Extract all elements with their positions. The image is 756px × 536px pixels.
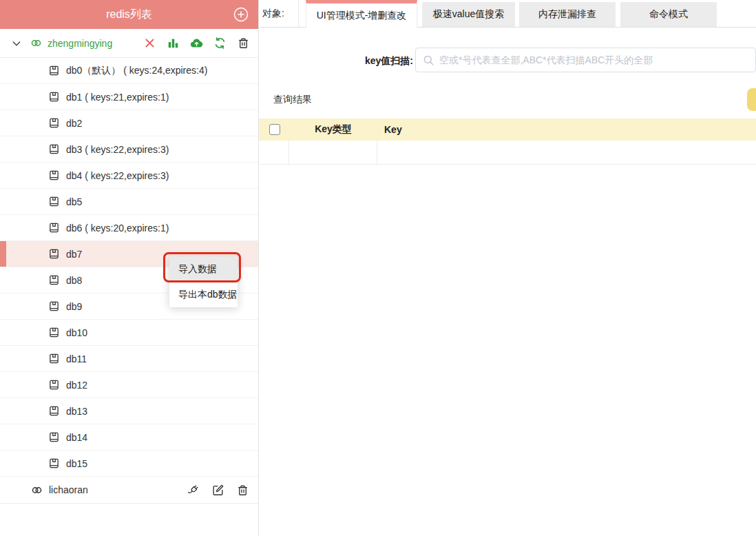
- edit-icon[interactable]: [211, 484, 224, 497]
- db-book-icon: [48, 222, 60, 234]
- db-row-db0[interactable]: db0（默认） ( keys:24,expires:4): [0, 58, 258, 84]
- app-window: redis列表 zhengmingying: [0, 0, 756, 536]
- table-row: [259, 141, 756, 165]
- db-row-db5[interactable]: db5: [0, 189, 258, 215]
- stats-bar-chart-icon[interactable]: [167, 37, 180, 50]
- select-all-checkbox[interactable]: [269, 124, 280, 135]
- db-book-icon: [48, 143, 60, 155]
- db-label: db12: [66, 380, 87, 391]
- db-label: db15: [66, 458, 87, 469]
- db-label: db1 ( keys:21,expires:1): [66, 92, 169, 103]
- db-book-icon: [48, 169, 60, 181]
- tab-value-search[interactable]: 极速value值搜索: [422, 2, 515, 27]
- trash-icon[interactable]: [237, 37, 250, 50]
- db-row-db12[interactable]: db12: [0, 372, 258, 398]
- key-scan-input-wrap: [415, 48, 756, 72]
- db-book-icon: [48, 379, 60, 391]
- main-panel: 对象: UI管理模式-增删查改 极速value值搜索 内存泄漏排查 命令模式 k…: [259, 0, 756, 536]
- results-title: 查询结果: [273, 94, 312, 106]
- db-row-db13[interactable]: db13: [0, 398, 258, 424]
- db-label: db2: [66, 118, 82, 129]
- db-label: db4 ( keys:22,expires:3): [66, 170, 169, 181]
- close-icon[interactable]: [143, 37, 156, 50]
- connect-plug-icon[interactable]: [187, 484, 200, 497]
- db-label: db0（默认） ( keys:24,expires:4): [66, 65, 207, 77]
- db-label: db10: [66, 327, 87, 338]
- column-key: Key: [377, 124, 402, 135]
- db-label: db9: [66, 301, 82, 312]
- connection-name[interactable]: zhengmingying: [48, 38, 112, 49]
- trash-icon[interactable]: [236, 484, 249, 497]
- object-label: 对象:: [259, 0, 299, 27]
- db-book-icon: [48, 327, 60, 338]
- chevron-down-icon[interactable]: [11, 38, 22, 49]
- sidebar-title: redis列表: [106, 8, 152, 22]
- db-book-icon: [48, 431, 60, 443]
- db-row-db1[interactable]: db1 ( keys:21,expires:1): [0, 84, 258, 110]
- tab-memory-leak[interactable]: 内存泄漏排查: [519, 2, 616, 27]
- connection-name: lichaoran: [49, 484, 88, 495]
- db-book-icon: [48, 117, 60, 129]
- db-label: db3 ( keys:22,expires:3): [66, 144, 169, 155]
- db-row-db10[interactable]: db10: [0, 320, 258, 346]
- menu-item-import-data[interactable]: 导入数据: [169, 256, 238, 282]
- db-label: db8: [66, 275, 82, 286]
- cloud-upload-icon[interactable]: [190, 37, 203, 50]
- table-cell: [259, 141, 289, 164]
- connection-row-lichaoran[interactable]: lichaoran: [0, 477, 258, 504]
- db-book-icon: [48, 65, 60, 76]
- context-menu: 导入数据 导出本db数据: [169, 256, 238, 307]
- key-scan-input[interactable]: [415, 48, 756, 72]
- column-key-type: Key类型: [289, 123, 377, 136]
- db-row-db2[interactable]: db2: [0, 110, 258, 136]
- db-book-icon: [48, 457, 60, 469]
- db-book-icon: [48, 405, 60, 417]
- tab-ui-manage[interactable]: UI管理模式-增删查改: [306, 0, 417, 28]
- db-row-db6[interactable]: db6 ( keys:20,expires:1): [0, 215, 258, 241]
- db-row-db11[interactable]: db11: [0, 346, 258, 372]
- db-label: db5: [66, 196, 82, 207]
- search-icon: [422, 54, 434, 66]
- db-row-db15[interactable]: db15: [0, 451, 258, 477]
- yellow-action-button[interactable]: [747, 88, 756, 111]
- tab-command-mode[interactable]: 命令模式: [620, 2, 717, 27]
- db-row-db3[interactable]: db3 ( keys:22,expires:3): [0, 136, 258, 163]
- db-label: db11: [66, 353, 87, 364]
- db-book-icon: [48, 300, 60, 312]
- db-label: db14: [66, 432, 87, 443]
- db-book-icon: [48, 274, 60, 286]
- table-cell: [289, 141, 377, 164]
- db-row-db4[interactable]: db4 ( keys:22,expires:3): [0, 163, 258, 189]
- tab-bar: 对象: UI管理模式-增删查改 极速value值搜索 内存泄漏排查 命令模式: [259, 0, 756, 28]
- db-book-icon: [48, 91, 60, 103]
- connection-toolbar: [187, 484, 249, 497]
- db-label: db7: [66, 249, 82, 260]
- db-book-icon: [48, 353, 60, 364]
- results-table-header: Key类型 Key: [259, 118, 756, 141]
- link-icon: [30, 484, 43, 497]
- add-connection-icon[interactable]: [233, 6, 249, 23]
- db-book-icon: [48, 196, 60, 207]
- db-row-db14[interactable]: db14: [0, 424, 258, 451]
- connection-toolbar: [143, 37, 250, 50]
- db-book-icon: [48, 248, 60, 260]
- link-icon: [30, 37, 43, 50]
- key-scan-label: key值扫描:: [365, 55, 413, 68]
- header-checkbox-cell: [259, 124, 289, 135]
- menu-item-export-db-data[interactable]: 导出本db数据: [169, 282, 238, 307]
- sidebar-header: redis列表: [0, 0, 258, 29]
- refresh-icon[interactable]: [213, 37, 227, 50]
- connection-row[interactable]: zhengmingying: [0, 29, 258, 58]
- db-label: db13: [66, 406, 87, 417]
- db-label: db6 ( keys:20,expires:1): [66, 223, 169, 234]
